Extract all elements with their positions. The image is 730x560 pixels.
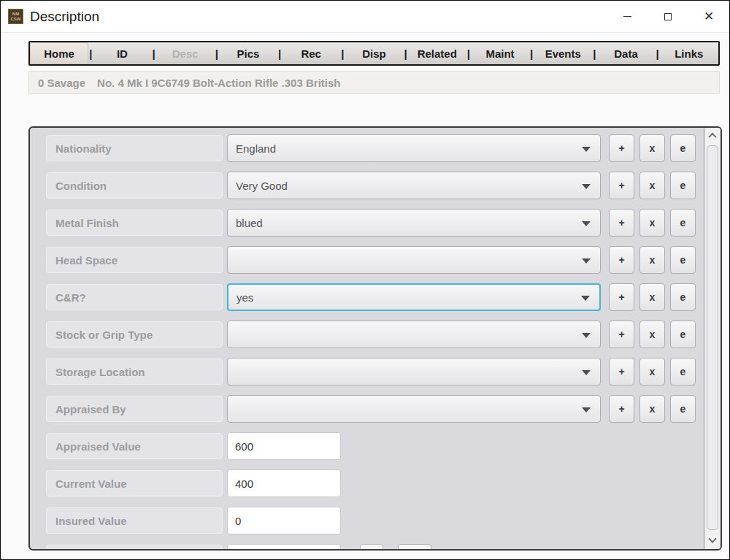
close-button[interactable]: ✕: [688, 1, 729, 32]
add-button[interactable]: +: [609, 172, 634, 199]
tab-related[interactable]: Related: [408, 42, 466, 64]
edit-button[interactable]: e: [670, 134, 696, 162]
field-label-insured-value: Insured Value: [46, 507, 223, 534]
field-label-nationality: Nationality: [46, 135, 223, 161]
field-label-stock-or-grip-type: Stock or Grip Type: [46, 321, 223, 348]
form-row-c-r: C&R? yes + x e: [46, 283, 704, 311]
app-icon-text-bottom: CSW: [11, 17, 21, 22]
minimize-button[interactable]: [607, 1, 648, 32]
edit-button[interactable]: e: [670, 172, 696, 199]
dropdown-condition[interactable]: Very Good: [227, 172, 601, 199]
form-row-metal-finish: Metal Finish blued + x e: [46, 209, 704, 237]
vertical-scrollbar[interactable]: [704, 128, 721, 549]
field-label-appraised-by: Appraised By: [46, 396, 223, 422]
add-button[interactable]: +: [609, 246, 634, 274]
window-title: Description: [30, 9, 99, 25]
form-row-condition: Condition Very Good + x e: [46, 172, 704, 199]
tab-pics[interactable]: Pics: [219, 42, 277, 64]
dropdown-value: blued: [236, 217, 263, 229]
delete-button[interactable]: x: [639, 246, 665, 274]
chevron-down-icon: [708, 535, 716, 543]
dropdown-head-space[interactable]: [227, 246, 601, 274]
form-row-current-value: Current Value: [46, 469, 704, 497]
tab-events[interactable]: Events: [534, 42, 592, 64]
edit-button[interactable]: e: [670, 246, 696, 274]
field-label-condition: Condition: [46, 172, 223, 199]
tab-home[interactable]: Home: [30, 42, 88, 64]
maximize-button[interactable]: [648, 1, 688, 32]
scrollbar-track[interactable]: [704, 144, 721, 533]
scrollbar-up-button[interactable]: [704, 128, 721, 144]
input-appraised-value[interactable]: [227, 432, 341, 460]
add-button[interactable]: +: [609, 209, 634, 237]
delete-button[interactable]: x: [639, 358, 665, 386]
edit-button[interactable]: e: [670, 283, 696, 311]
scrollbar-down-button[interactable]: [704, 533, 721, 549]
field-label-storage-location: Storage Location: [46, 358, 223, 385]
title-bar: NM CSW Description ✕: [1, 1, 729, 33]
tab-links[interactable]: Links: [660, 42, 718, 64]
tab-data[interactable]: Data: [596, 42, 655, 64]
record-header: 0 Savage No. 4 Mk I 9C6749 Bolt-Action R…: [28, 71, 720, 94]
chevron-down-icon: [582, 370, 591, 375]
field-label-head-space: Head Space: [46, 247, 223, 273]
form-content: Nationality England + x e Condition Very…: [30, 128, 704, 549]
record-id: 0 Savage: [38, 77, 85, 89]
scrollbar-thumb[interactable]: [707, 145, 718, 530]
form-row-insured-value: Insured Value: [46, 507, 704, 534]
tab-bar: Home|ID|Desc|Pics|Rec|Disp|Related|Maint…: [28, 41, 720, 66]
form-row-appraised-by: Appraised By + x e: [46, 395, 704, 423]
dropdown-appraised-by[interactable]: [227, 395, 601, 423]
add-button[interactable]: +: [609, 395, 634, 423]
add-button[interactable]: +: [609, 358, 634, 386]
form-row-appraised-value: Appraised Value: [46, 432, 704, 460]
edit-button[interactable]: e: [670, 321, 696, 348]
delete-button[interactable]: x: [639, 395, 665, 423]
input-partial[interactable]: [227, 544, 341, 549]
field-label-c-r: C&R?: [46, 284, 223, 310]
form-row-nationality: Nationality England + x e: [46, 134, 704, 162]
dropdown-nationality[interactable]: England: [227, 134, 601, 162]
delete-button[interactable]: x: [639, 321, 665, 348]
dropdown-storage-location[interactable]: [227, 358, 601, 386]
field-label-current-value: Current Value: [46, 470, 223, 496]
delete-button[interactable]: x: [639, 134, 665, 162]
calc-button[interactable]: Calc: [398, 544, 431, 549]
input-insured-value[interactable]: [227, 507, 341, 534]
add-button[interactable]: +: [609, 283, 634, 311]
add-button[interactable]: +: [609, 134, 634, 162]
tab-maint[interactable]: Maint: [471, 42, 529, 64]
small-button[interactable]: [360, 544, 383, 549]
description-form-panel: Nationality England + x e Condition Very…: [28, 126, 722, 551]
dropdown-stock-or-grip-type[interactable]: [227, 321, 601, 348]
input-current-value[interactable]: [227, 469, 341, 497]
chevron-down-icon: [582, 333, 591, 338]
delete-button[interactable]: x: [639, 209, 665, 237]
edit-button[interactable]: e: [670, 395, 696, 423]
delete-button[interactable]: x: [639, 283, 665, 311]
dropdown-metal-finish[interactable]: blued: [227, 209, 601, 237]
add-button[interactable]: +: [609, 321, 634, 348]
chevron-down-icon: [582, 407, 591, 413]
chevron-down-icon: [582, 184, 591, 189]
form-row-storage-location: Storage Location + x e: [46, 358, 704, 386]
delete-button[interactable]: x: [639, 172, 665, 199]
form-row-head-space: Head Space + x e: [46, 246, 704, 274]
tab-id[interactable]: ID: [93, 42, 151, 64]
dropdown-c-r[interactable]: yes: [227, 283, 601, 311]
dropdown-value: Very Good: [236, 180, 288, 192]
edit-button[interactable]: e: [670, 209, 696, 237]
minimize-icon: [623, 16, 631, 17]
window-controls: ✕: [607, 1, 729, 32]
chevron-down-icon: [582, 147, 591, 152]
form-row-partial: Calc: [46, 544, 704, 549]
field-label-appraised-value: Appraised Value: [46, 433, 223, 459]
app-window: NM CSW Description ✕ Home|ID|Desc|Pics|R…: [0, 0, 730, 560]
tab-disp[interactable]: Disp: [345, 42, 403, 64]
tab-desc[interactable]: Desc: [156, 42, 215, 64]
edit-button[interactable]: e: [670, 358, 696, 386]
tab-rec[interactable]: Rec: [282, 42, 340, 64]
form-row-stock-or-grip-type: Stock or Grip Type + x e: [46, 321, 704, 348]
dropdown-value: yes: [237, 291, 253, 304]
chevron-up-icon: [708, 133, 716, 141]
